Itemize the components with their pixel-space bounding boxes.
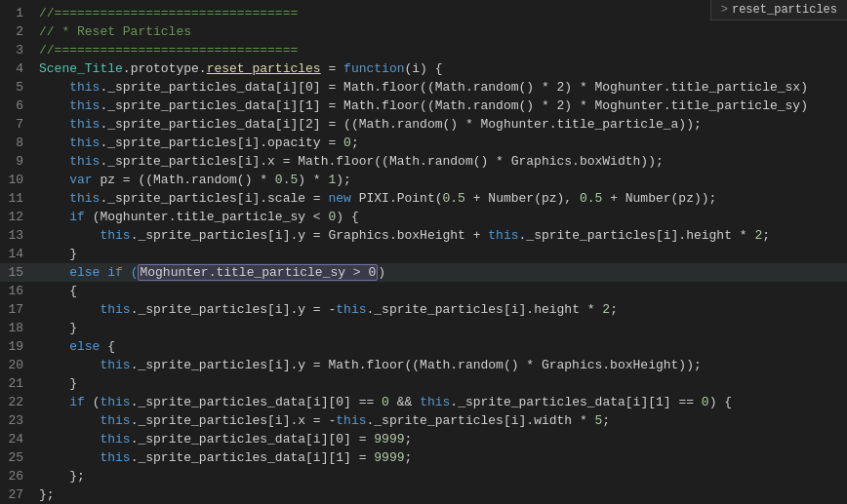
token: ._sprite_particles_data[i][1] = xyxy=(131,450,375,465)
token: { xyxy=(69,284,77,298)
token: this xyxy=(488,228,518,243)
token: ; xyxy=(405,432,413,446)
line-content: this._sprite_particles[i].y = Graphics.b… xyxy=(39,226,847,245)
token: this xyxy=(69,98,100,113)
line-content: else { xyxy=(39,337,847,356)
line-number: 16 xyxy=(0,282,39,300)
token: (Moghunter.title_particle_sy < xyxy=(85,210,329,224)
token: ) * xyxy=(298,173,328,187)
token: if xyxy=(69,210,85,224)
token: }; xyxy=(69,469,85,484)
token: 9999 xyxy=(374,450,404,465)
line-number: 3 xyxy=(0,41,39,59)
line-number: 14 xyxy=(0,245,39,263)
line-number: 5 xyxy=(0,78,39,97)
table-row: 26 }; xyxy=(0,467,847,485)
token: this xyxy=(420,395,450,409)
token: 0.5 xyxy=(580,191,602,206)
token: this xyxy=(100,358,130,372)
breadcrumb-bar: > reset_particles xyxy=(710,0,847,20)
table-row: 3//================================ xyxy=(0,41,847,59)
token: ._sprite_particles[i].y = Math.floor((Ma… xyxy=(131,358,702,372)
table-row: 22 if (this._sprite_particles_data[i][0]… xyxy=(0,393,847,411)
token: ; xyxy=(610,302,618,317)
code-area[interactable]: 1//================================2// *… xyxy=(0,0,847,504)
line-number: 11 xyxy=(0,189,39,208)
token: ._sprite_particles[i].y = Graphics.boxHe… xyxy=(131,228,489,243)
token: new xyxy=(328,191,350,206)
line-number: 19 xyxy=(0,337,39,356)
token: ._sprite_particles[i].y = - xyxy=(131,302,337,317)
table-row: 13 this._sprite_particles[i].y = Graphic… xyxy=(0,226,847,245)
table-row: 25 this._sprite_particles_data[i][1] = 9… xyxy=(0,448,847,467)
line-content: } xyxy=(39,245,847,263)
table-row: 21 } xyxy=(0,374,847,393)
token: ._sprite_particles[i].width * xyxy=(367,413,595,428)
line-content: else if (Moghunter.title_particle_sy > 0… xyxy=(39,263,847,282)
line-number: 1 xyxy=(0,4,39,22)
table-row: 10 var pz = ((Math.random() * 0.5) * 1); xyxy=(0,171,847,189)
table-row: 16 { xyxy=(0,282,847,300)
line-content: //================================ xyxy=(39,41,847,59)
table-row: 19 else { xyxy=(0,337,847,356)
line-number: 25 xyxy=(0,448,39,467)
line-content: this._sprite_particles_data[i][2] = ((Ma… xyxy=(39,115,847,134)
token: this xyxy=(100,395,130,409)
token: 0.5 xyxy=(443,191,465,206)
line-content: this._sprite_particles_data[i][0] = 9999… xyxy=(39,430,847,448)
line-number: 4 xyxy=(0,59,39,78)
token: } xyxy=(69,321,77,335)
line-number: 2 xyxy=(0,22,39,41)
table-row: 24 this._sprite_particles_data[i][0] = 9… xyxy=(0,430,847,448)
token: ; xyxy=(351,136,359,150)
token: this xyxy=(336,413,366,428)
token: 9999 xyxy=(374,432,404,446)
token: ) { xyxy=(709,395,732,409)
token: ._sprite_particles_data[i][2] = ((Math.r… xyxy=(100,117,701,132)
line-content: this._sprite_particles[i].opacity = 0; xyxy=(39,134,847,152)
token: this xyxy=(336,302,366,317)
token: + Number(pz)); xyxy=(602,191,716,206)
token: .prototype. xyxy=(123,61,207,76)
line-content: this._sprite_particles[i].x = -this._spr… xyxy=(39,411,847,430)
table-row: 18 } xyxy=(0,319,847,337)
table-row: 12 if (Moghunter.title_particle_sy < 0) … xyxy=(0,208,847,226)
line-content: this._sprite_particles_data[i][0] = Math… xyxy=(39,78,847,97)
breadcrumb-chevron: > xyxy=(721,3,728,17)
token: 0 xyxy=(702,395,709,409)
token: // * Reset Particles xyxy=(39,24,191,39)
token: pz = ((Math.random() * xyxy=(93,173,275,187)
token: { xyxy=(100,339,115,354)
token: ._sprite_particles[i].height * xyxy=(367,302,603,317)
line-content: this._sprite_particles[i].x = Math.floor… xyxy=(39,152,847,171)
line-number: 8 xyxy=(0,134,39,152)
token: ._sprite_particles_data[i][0] = Math.flo… xyxy=(100,80,808,95)
token: function xyxy=(343,61,404,76)
token: ._sprite_particles_data[i][1] == xyxy=(450,395,701,409)
token: var xyxy=(69,173,92,187)
line-content: this._sprite_particles[i].scale = new PI… xyxy=(39,189,847,208)
token: } xyxy=(69,376,77,391)
table-row: 5 this._sprite_particles_data[i][0] = Ma… xyxy=(0,78,847,97)
token: //================================ xyxy=(39,6,298,20)
token: ; xyxy=(762,228,770,243)
table-row: 23 this._sprite_particles[i].x = -this._… xyxy=(0,411,847,430)
line-content: this._sprite_particles_data[i][1] = 9999… xyxy=(39,448,847,467)
line-content: if (this._sprite_particles_data[i][0] ==… xyxy=(39,393,847,411)
token: this xyxy=(69,191,100,206)
line-content: } xyxy=(39,374,847,393)
token: //================================ xyxy=(39,43,298,58)
line-number: 17 xyxy=(0,300,39,319)
line-number: 26 xyxy=(0,467,39,485)
token: if xyxy=(69,395,85,409)
token: ._sprite_particles[i].x = - xyxy=(131,413,337,428)
token: 2 xyxy=(602,302,610,317)
table-row: 9 this._sprite_particles[i].x = Math.flo… xyxy=(0,152,847,171)
token: = xyxy=(321,61,343,76)
line-content: { xyxy=(39,282,847,300)
line-content: // * Reset Particles xyxy=(39,22,847,41)
token: Scene_Title xyxy=(39,61,123,76)
table-row: 27}; xyxy=(0,485,847,504)
token: PIXI.Point( xyxy=(351,191,443,206)
line-number: 27 xyxy=(0,485,39,504)
